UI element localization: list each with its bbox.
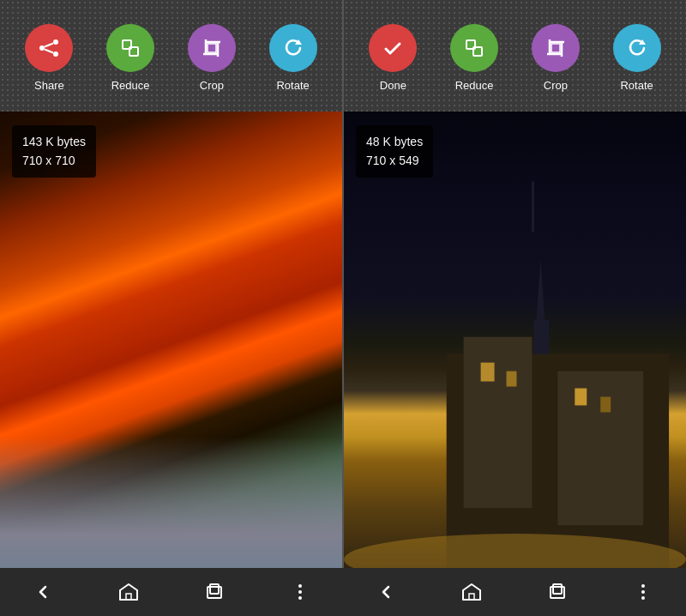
right-menu-button[interactable] xyxy=(624,573,662,611)
svg-line-4 xyxy=(45,49,53,52)
right-image-dimensions: 710 x 549 xyxy=(366,151,423,170)
svg-rect-20 xyxy=(551,44,560,52)
done-tool[interactable]: Done xyxy=(369,24,417,92)
share-icon-bg xyxy=(25,24,73,72)
left-nav-bar xyxy=(0,568,343,616)
right-reduce-icon-bg xyxy=(450,24,498,72)
left-image-area: 143 K bytes 710 x 710 xyxy=(0,112,342,577)
left-rotate-tool[interactable]: Rotate xyxy=(269,24,317,92)
left-back-button[interactable] xyxy=(24,573,62,611)
done-icon-bg xyxy=(369,24,417,72)
right-home-icon xyxy=(461,582,482,602)
svg-rect-29 xyxy=(507,371,517,387)
left-rotate-label: Rotate xyxy=(276,79,309,92)
right-toolbar: Done Reduce xyxy=(344,0,686,112)
right-home-button[interactable] xyxy=(453,573,490,611)
right-back-button[interactable] xyxy=(367,573,405,611)
right-reduce-tool[interactable]: Reduce xyxy=(450,24,498,92)
svg-rect-41 xyxy=(469,594,474,600)
right-recent-button[interactable] xyxy=(539,573,576,611)
left-image-dimensions: 710 x 710 xyxy=(22,151,86,170)
svg-point-44 xyxy=(641,584,645,588)
right-back-icon xyxy=(376,582,396,602)
share-label: Share xyxy=(34,79,64,92)
right-crop-icon-bg xyxy=(532,24,580,72)
svg-rect-26 xyxy=(464,337,533,509)
share-icon xyxy=(37,36,61,60)
left-recent-button[interactable] xyxy=(196,573,233,611)
back-icon xyxy=(33,582,53,602)
svg-point-0 xyxy=(53,39,58,45)
left-reduce-tool[interactable]: Reduce xyxy=(106,24,154,92)
right-menu-icon xyxy=(633,582,653,602)
svg-point-2 xyxy=(39,45,45,51)
left-crop-label: Crop xyxy=(200,79,224,92)
svg-point-45 xyxy=(641,590,645,594)
left-home-button[interactable] xyxy=(110,573,147,611)
reduce-icon-bg xyxy=(106,24,154,72)
left-reduce-label: Reduce xyxy=(111,79,150,92)
right-crop-label: Crop xyxy=(544,79,568,92)
done-icon xyxy=(381,36,405,60)
right-rotate-label: Rotate xyxy=(620,79,653,92)
autumn-image xyxy=(0,112,342,577)
left-image-size: 143 K bytes xyxy=(22,132,86,151)
right-rotate-icon xyxy=(625,36,649,60)
bottom-bar xyxy=(0,568,686,616)
svg-point-46 xyxy=(641,596,645,600)
svg-rect-34 xyxy=(126,594,131,600)
left-menu-button[interactable] xyxy=(281,573,319,611)
rotate-icon xyxy=(281,36,305,60)
done-label: Done xyxy=(380,79,406,92)
right-panel: Done Reduce xyxy=(343,0,686,616)
home-icon xyxy=(118,582,139,602)
svg-rect-12 xyxy=(208,44,216,52)
menu-icon xyxy=(290,582,310,602)
svg-rect-30 xyxy=(575,389,587,406)
svg-rect-43 xyxy=(553,584,562,594)
svg-rect-36 xyxy=(210,584,219,594)
reduce-icon xyxy=(118,36,142,60)
rotate-icon-bg xyxy=(269,24,317,72)
right-nav-bar xyxy=(343,568,686,616)
svg-point-39 xyxy=(298,596,302,600)
svg-line-3 xyxy=(45,43,53,46)
right-image-info: 48 K bytes 710 x 549 xyxy=(356,125,433,178)
crop-icon xyxy=(200,36,224,60)
right-image-size: 48 K bytes xyxy=(366,132,423,151)
right-image-area: 48 K bytes 710 x 549 xyxy=(344,112,686,577)
svg-point-37 xyxy=(298,584,302,588)
left-toolbar: Share Reduce xyxy=(0,0,342,112)
left-image-info: 143 K bytes 710 x 710 xyxy=(12,125,96,178)
share-tool[interactable]: Share xyxy=(25,24,73,92)
castle-svg xyxy=(344,112,686,577)
recent-icon xyxy=(204,582,225,602)
left-crop-tool[interactable]: Crop xyxy=(188,24,236,92)
castle-image xyxy=(344,112,686,577)
svg-rect-31 xyxy=(600,397,611,413)
right-crop-icon xyxy=(544,36,568,60)
crop-icon-bg xyxy=(188,24,236,72)
right-rotate-tool[interactable]: Rotate xyxy=(613,24,661,92)
svg-point-38 xyxy=(298,590,302,594)
svg-rect-28 xyxy=(481,363,495,382)
svg-marker-23 xyxy=(536,260,545,320)
right-reduce-label: Reduce xyxy=(455,79,494,92)
svg-point-1 xyxy=(53,51,58,57)
svg-marker-33 xyxy=(120,584,137,600)
left-panel: Share Reduce xyxy=(0,0,343,616)
svg-rect-27 xyxy=(557,371,643,526)
right-reduce-icon xyxy=(462,36,486,60)
right-recent-icon xyxy=(547,582,568,602)
svg-marker-40 xyxy=(463,584,480,600)
right-crop-tool[interactable]: Crop xyxy=(532,24,580,92)
right-rotate-icon-bg xyxy=(613,24,661,72)
